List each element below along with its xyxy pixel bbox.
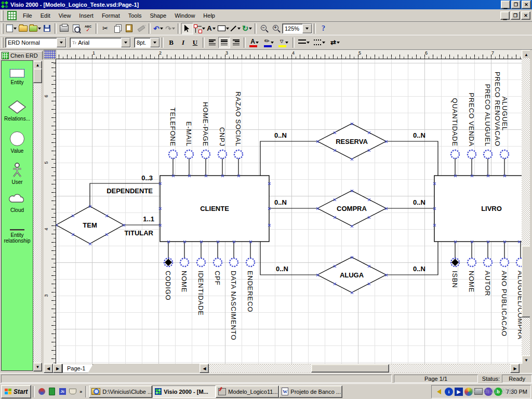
drawing-canvas[interactable]: CLIENTE LIVRO TEM RESERVA COMPRA ALUGA 0… [56, 59, 522, 364]
menubar-grip[interactable] [1, 10, 4, 21]
start-button[interactable]: Start [1, 385, 31, 398]
help-button[interactable]: ? [317, 23, 329, 34]
fill-color-button[interactable]: 🜄 [276, 37, 291, 48]
line-pattern-button[interactable] [312, 37, 327, 48]
horizontal-scrollbar[interactable] [209, 364, 510, 373]
quicklaunch-icon-4[interactable] [68, 387, 78, 397]
stencil-item-entity[interactable]: Entity [2, 65, 33, 100]
document-icon[interactable] [7, 11, 17, 20]
font-combo[interactable]: Tr Arial [70, 37, 131, 48]
stencil-item-value[interactable]: Value [2, 131, 33, 163]
quicklaunch-icon-3[interactable]: Jc [57, 387, 68, 397]
line-tool-button[interactable] [229, 23, 241, 34]
redo-button[interactable]: ↷ [164, 23, 176, 34]
stencil-scroll-thumb[interactable] [33, 69, 42, 83]
formatting-toolbar: ERD Normal Tr Arial 8pt. B I U A ✎ 🜄 ⇄ [0, 35, 532, 50]
menu-file[interactable]: File [19, 11, 36, 20]
zoom-in-button[interactable]: + [270, 23, 282, 34]
taskbar-button-visio[interactable]: Visio 2000 - [M... [152, 385, 216, 398]
align-center-button[interactable] [218, 37, 230, 48]
bold-button[interactable]: B [165, 37, 177, 48]
rotate-tool-button[interactable]: ↻ [241, 23, 253, 34]
print-button[interactable] [58, 23, 70, 34]
style-combo[interactable]: ERD Normal [5, 37, 66, 48]
page-tab-row: ◀ ▶ Page-1 ◀ ▶ [44, 364, 530, 373]
open-stencil-button[interactable] [29, 23, 41, 34]
child-minimize-button[interactable]: ▁ [500, 11, 510, 20]
info-tray-icon[interactable]: i [445, 388, 453, 396]
stencil-scrollbar[interactable] [33, 61, 41, 370]
first-page-button[interactable]: ◀ [44, 364, 53, 373]
page-tab[interactable]: Page-1 [62, 364, 93, 373]
menu-help[interactable]: Help [200, 11, 219, 20]
stencil-item-cloud[interactable]: Cloud [2, 194, 33, 225]
minimize-button[interactable]: ▁ [501, 1, 510, 9]
menu-tools[interactable]: Tools [125, 11, 145, 20]
align-right-button[interactable] [230, 37, 242, 48]
connector-tool-button[interactable] [193, 23, 205, 34]
stencil-scroll-down[interactable]: ▼ [33, 363, 42, 371]
toolbar-grip[interactable] [1, 23, 4, 34]
line-color-button[interactable]: ✎ [262, 37, 276, 48]
cd-tray-icon[interactable] [464, 388, 473, 396]
printer-tray-icon[interactable] [474, 388, 483, 395]
align-left-button[interactable] [206, 37, 218, 48]
save-button[interactable] [41, 23, 53, 34]
cut-button[interactable]: ✂ [99, 23, 111, 34]
underline-button[interactable]: U [189, 37, 201, 48]
format-painter-button[interactable] [135, 23, 147, 34]
font-color-button[interactable]: A [247, 37, 262, 48]
menu-format[interactable]: Format [98, 11, 124, 20]
stencil-item-relationship[interactable]: Relations... [2, 100, 33, 131]
hscroll-left-button[interactable]: ◀ [200, 364, 209, 373]
line-weight-button[interactable] [296, 37, 312, 48]
taskbar-button-explorer[interactable]: D:\Vinicius\Clube ... [89, 385, 152, 398]
quicklaunch-icon-2[interactable] [47, 387, 57, 397]
zoom-out-button[interactable]: − [258, 23, 270, 34]
toolbar-grip2[interactable] [1, 37, 4, 48]
open-button[interactable] [17, 23, 29, 34]
menu-edit[interactable]: Edit [37, 11, 54, 20]
font-size-combo[interactable]: 8pt. [134, 37, 160, 48]
print-preview-button[interactable] [70, 23, 82, 34]
menu-insert[interactable]: Insert [75, 11, 97, 20]
taskbar-button-word[interactable]: W Projeto de Banco ... [279, 385, 342, 398]
last-page-button[interactable]: ▶ [53, 364, 62, 373]
restore-button[interactable]: ❐ [511, 1, 521, 9]
taskbar-button-paint[interactable]: Modelo_Logico11... [216, 385, 279, 398]
b-tray-icon[interactable]: b [494, 388, 502, 396]
horizontal-ruler: 1 2 3 4 5 6 7 [56, 50, 522, 59]
clock: 7:30 PM [506, 389, 527, 395]
stencil-tab[interactable]: Chen ERD [0, 51, 43, 60]
menu-shape[interactable]: Shape [146, 11, 170, 20]
zoom-combo[interactable]: 125% [282, 23, 312, 34]
italic-button[interactable]: I [177, 37, 189, 48]
media-player-tray-icon[interactable]: ▶ [455, 388, 463, 396]
menu-window[interactable]: Window [171, 11, 198, 20]
volume-icon[interactable] [435, 388, 443, 396]
vertical-scrollbar[interactable]: ▲ ▼ [522, 50, 530, 364]
copy-button[interactable] [111, 23, 123, 34]
spelling-button[interactable]: ABC ✓ [82, 23, 94, 34]
child-close-button[interactable]: ✕ [521, 11, 530, 20]
text-tool-button[interactable]: A [205, 23, 217, 34]
line-ends-button[interactable]: ⇄ [327, 37, 343, 48]
child-restore-button[interactable]: ❐ [511, 11, 520, 20]
window-title: Visio 2000 - [Modelo_Logico_Teste.vsd:Pa… [10, 2, 139, 8]
menu-view[interactable]: View [55, 11, 75, 20]
quicklaunch-more-chevron[interactable]: » [79, 389, 82, 394]
stencil-item-user[interactable]: User [2, 163, 33, 194]
paste-button[interactable] [123, 23, 135, 34]
close-button[interactable]: ✕ [522, 1, 531, 9]
new-document-button[interactable] [5, 23, 17, 34]
undo-button[interactable]: ↶ [152, 23, 164, 34]
hscroll-thumb[interactable] [311, 364, 389, 373]
system-tray: i ▶ b March 31, 2003 7:30 PM [431, 385, 531, 398]
hruler-tick-label: 4 [292, 50, 295, 56]
pointer-tool-button[interactable] [181, 23, 193, 34]
stencil-item-entity-relationship[interactable]: Entity relationship [2, 225, 33, 261]
rectangle-tool-button[interactable] [217, 23, 229, 34]
quicklaunch-icon-1[interactable] [36, 387, 47, 397]
hscroll-right-button[interactable]: ▶ [510, 364, 520, 373]
messenger-tray-icon[interactable] [484, 388, 493, 396]
